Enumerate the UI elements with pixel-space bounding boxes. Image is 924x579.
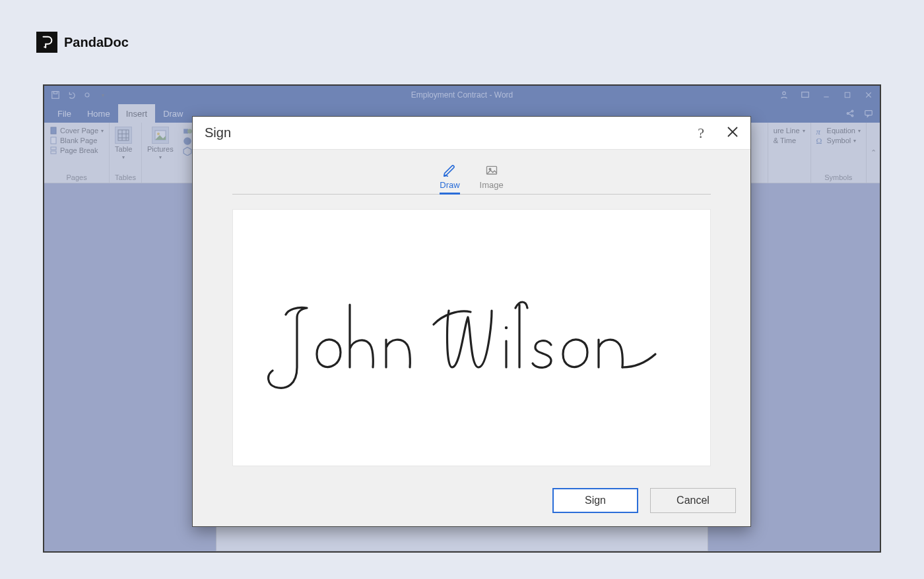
symbols-group-label: Symbols bbox=[816, 172, 861, 181]
svg-rect-13 bbox=[865, 111, 873, 115]
table-button[interactable]: Table ▾ bbox=[115, 125, 132, 160]
signature-line-button[interactable]: ure Line ▾ bbox=[774, 127, 805, 135]
omega-icon: Ω bbox=[816, 137, 824, 144]
quick-access-toolbar: ▾ Employment Contract - Word bbox=[44, 86, 880, 104]
table-icon bbox=[115, 127, 132, 144]
cover-page-label: Cover Page bbox=[60, 127, 98, 135]
svg-rect-15 bbox=[51, 137, 56, 144]
ribbon-group-illustrations: Pictures ▾ bbox=[142, 123, 197, 183]
image-icon bbox=[484, 164, 499, 177]
help-icon[interactable]: ? bbox=[698, 126, 704, 140]
pandadoc-logo-text: PandaDoc bbox=[64, 35, 129, 50]
sign-button[interactable]: Sign bbox=[552, 488, 638, 513]
pandadoc-logo-icon bbox=[36, 32, 57, 53]
pictures-icon bbox=[152, 127, 169, 144]
ribbon-group-text-partial: ure Line ▾ & Time bbox=[768, 123, 811, 183]
svg-rect-16 bbox=[51, 147, 56, 150]
svg-rect-18 bbox=[118, 130, 129, 140]
symbol-button[interactable]: ΩSymbol ▾ bbox=[816, 137, 861, 144]
shapes-icon[interactable] bbox=[183, 127, 191, 135]
ribbon-group-symbols: πEquation ▾ ΩSymbol ▾ Symbols bbox=[811, 123, 867, 183]
tab-draw[interactable]: Draw bbox=[440, 164, 459, 194]
comments-icon[interactable] bbox=[864, 109, 873, 118]
tab-draw-label: Draw bbox=[440, 180, 459, 190]
page-break-button[interactable]: Page Break bbox=[50, 146, 104, 154]
svg-point-3 bbox=[85, 93, 89, 97]
equation-button[interactable]: πEquation ▾ bbox=[816, 127, 861, 135]
ribbon-group-pages: Cover Page▾ Blank Page Page Break Pages bbox=[44, 123, 110, 183]
pages-group-label: Pages bbox=[50, 172, 104, 181]
signature-mode-tabs: Draw Image bbox=[232, 164, 711, 195]
tab-home[interactable]: Home bbox=[79, 104, 118, 123]
cover-page-button[interactable]: Cover Page▾ bbox=[50, 127, 104, 135]
page-break-icon bbox=[50, 146, 57, 154]
pen-icon bbox=[442, 164, 457, 177]
table-label: Table bbox=[115, 145, 132, 153]
cover-page-icon bbox=[50, 127, 57, 135]
tab-insert[interactable]: Insert bbox=[118, 104, 156, 123]
tab-draw[interactable]: Draw bbox=[155, 104, 191, 123]
tables-group-label: Tables bbox=[115, 172, 136, 181]
sign-dialog: Sign ? Draw bbox=[192, 116, 751, 527]
svg-rect-5 bbox=[802, 92, 809, 98]
models-icon[interactable] bbox=[183, 146, 191, 154]
word-window: ▾ Employment Contract - Word File Home I… bbox=[43, 84, 881, 553]
close-window-icon[interactable] bbox=[864, 90, 873, 100]
save-icon[interactable] bbox=[51, 90, 60, 100]
symbol-label: Symbol bbox=[827, 137, 851, 144]
svg-point-0 bbox=[44, 46, 45, 47]
svg-rect-7 bbox=[845, 92, 850, 98]
qat-customize-icon[interactable]: ▾ bbox=[98, 90, 108, 100]
svg-point-24 bbox=[157, 133, 160, 135]
redo-icon[interactable] bbox=[82, 90, 92, 100]
pictures-button[interactable]: Pictures ▾ bbox=[147, 125, 174, 160]
svg-point-27 bbox=[183, 137, 191, 145]
tab-image-label: Image bbox=[480, 180, 504, 190]
svg-rect-1 bbox=[52, 92, 59, 99]
share-icon[interactable] bbox=[845, 109, 855, 118]
date-time-button[interactable]: & Time bbox=[774, 137, 805, 144]
dialog-footer: Sign Cancel bbox=[193, 476, 750, 526]
pictures-label: Pictures bbox=[147, 145, 174, 153]
ribbon-display-icon[interactable] bbox=[801, 90, 810, 100]
dialog-title: Sign bbox=[205, 125, 231, 140]
collapse-ribbon-icon[interactable]: ⌃ bbox=[867, 123, 880, 183]
tab-file[interactable]: File bbox=[50, 104, 79, 123]
undo-icon[interactable] bbox=[67, 90, 76, 100]
tab-image[interactable]: Image bbox=[480, 164, 504, 194]
svg-rect-2 bbox=[53, 92, 57, 94]
pandadoc-logo: PandaDoc bbox=[36, 32, 129, 53]
minimize-icon[interactable] bbox=[822, 90, 831, 100]
blank-page-button[interactable]: Blank Page bbox=[50, 137, 104, 144]
svg-point-32 bbox=[504, 326, 507, 329]
signature-line-label: ure Line bbox=[774, 127, 800, 135]
pi-icon: π bbox=[816, 127, 824, 135]
date-time-label: & Time bbox=[774, 137, 796, 144]
svg-point-26 bbox=[187, 129, 192, 134]
close-icon[interactable] bbox=[727, 126, 739, 140]
equation-label: Equation bbox=[827, 127, 855, 135]
signature-drawing bbox=[261, 268, 683, 407]
cancel-button[interactable]: Cancel bbox=[650, 488, 736, 513]
svg-rect-17 bbox=[51, 151, 56, 154]
maximize-icon[interactable] bbox=[843, 90, 852, 100]
signature-canvas[interactable] bbox=[232, 209, 711, 466]
svg-rect-14 bbox=[51, 127, 56, 134]
svg-point-4 bbox=[783, 92, 785, 94]
ribbon-group-tables: Table ▾ Tables bbox=[110, 123, 142, 183]
blank-page-icon bbox=[50, 137, 57, 144]
document-title: Employment Contract - Word bbox=[411, 90, 513, 100]
page-break-label: Page Break bbox=[60, 146, 98, 154]
blank-page-label: Blank Page bbox=[60, 137, 97, 144]
account-icon[interactable] bbox=[779, 90, 789, 100]
dialog-titlebar: Sign ? bbox=[193, 117, 750, 150]
icons-icon[interactable] bbox=[183, 137, 191, 144]
